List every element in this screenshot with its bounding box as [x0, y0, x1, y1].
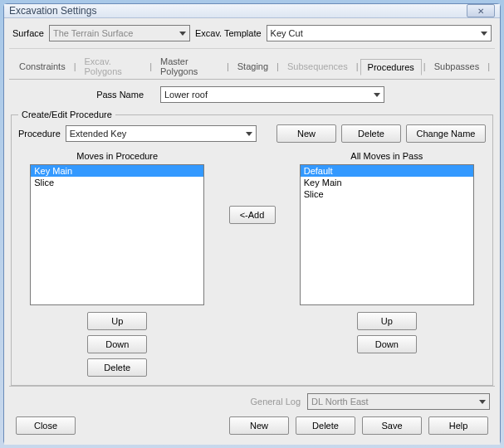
procedure-row: Procedure Extended Key New Delete Change…	[18, 124, 486, 143]
list-item[interactable]: Key Main	[301, 177, 473, 188]
down-button[interactable]: Down	[87, 335, 147, 353]
left-column: Moves in Procedure Key Main Slice Up Dow…	[18, 148, 217, 377]
footer: General Log DL North East Close New Dele…	[9, 386, 495, 440]
general-log-combo: DL North East	[307, 393, 490, 410]
top-row: Surface The Terrain Surface Excav. Templ…	[9, 23, 495, 49]
new-button-footer[interactable]: New	[229, 416, 289, 435]
procedure-combo[interactable]: Extended Key	[66, 125, 257, 142]
delete-move-button[interactable]: Delete	[87, 358, 147, 377]
change-name-button[interactable]: Change Name	[406, 124, 486, 143]
mid-column: <-Add	[223, 148, 281, 224]
up-button[interactable]: Up	[357, 312, 417, 330]
surface-combo[interactable]: The Terrain Surface	[49, 25, 190, 41]
up-button[interactable]: Up	[87, 312, 147, 330]
delete-button[interactable]: Delete	[341, 124, 401, 143]
tab-excav-polygons: Excav. Polygons	[78, 54, 149, 79]
columns: Moves in Procedure Key Main Slice Up Dow…	[18, 148, 486, 377]
pass-name-value: Lower roof	[164, 90, 208, 100]
create-edit-group: Create/Edit Procedure Procedure Extended…	[11, 110, 493, 386]
add-button[interactable]: <-Add	[229, 206, 276, 224]
pass-name-label: Pass Name	[26, 90, 150, 100]
general-log-label: General Log	[250, 397, 301, 407]
moves-list[interactable]: Key Main Slice	[30, 164, 204, 305]
procedure-label: Procedure	[18, 129, 61, 139]
titlebar: Excavation Settings ✕	[4, 4, 500, 18]
list-item[interactable]: Slice	[301, 188, 473, 200]
tabs: Constraints | Excav. Polygons | Master P…	[9, 49, 495, 80]
template-label: Excav. Template	[195, 28, 262, 38]
list-item[interactable]: Key Main	[31, 165, 203, 177]
general-log-value: DL North East	[311, 397, 369, 407]
general-log-row: General Log DL North East	[14, 393, 490, 410]
tab-subpasses[interactable]: Subpasses	[428, 59, 486, 74]
content-area: Surface The Terrain Surface Excav. Templ…	[4, 18, 500, 445]
right-buttons: Up Down	[357, 312, 417, 353]
moves-header: Moves in Procedure	[76, 151, 158, 161]
surface-label: Surface	[12, 28, 44, 38]
down-button[interactable]: Down	[357, 335, 417, 353]
tab-procedures[interactable]: Procedures	[360, 59, 422, 75]
left-buttons: Up Down Delete	[87, 312, 147, 377]
delete-button-footer[interactable]: Delete	[296, 416, 355, 435]
close-icon[interactable]: ✕	[467, 4, 495, 17]
new-button[interactable]: New	[276, 124, 336, 143]
list-item[interactable]: Default	[301, 165, 473, 177]
template-value: Key Cut	[271, 28, 303, 38]
tab-master-polygons[interactable]: Master Polygons	[154, 54, 225, 79]
save-button[interactable]: Save	[362, 416, 422, 435]
main-window: Excavation Settings ✕ Surface The Terrai…	[3, 3, 501, 445]
pass-row: Pass Name Lower roof	[9, 80, 495, 110]
tab-constraints[interactable]: Constraints	[12, 59, 72, 74]
bottom-buttons: Close New Delete Save Help	[14, 416, 490, 436]
allmoves-header: All Moves in Pass	[350, 151, 423, 161]
procedure-value: Extended Key	[70, 129, 127, 139]
tab-staging[interactable]: Staging	[231, 59, 275, 74]
window-title: Excavation Settings	[9, 5, 96, 17]
group-legend: Create/Edit Procedure	[18, 110, 115, 119]
help-button[interactable]: Help	[428, 416, 488, 435]
template-combo[interactable]: Key Cut	[267, 25, 492, 41]
close-button[interactable]: Close	[16, 416, 76, 435]
right-column: All Moves in Pass Default Key Main Slice…	[288, 148, 487, 353]
allmoves-list[interactable]: Default Key Main Slice	[300, 164, 474, 305]
list-item[interactable]: Slice	[31, 177, 203, 188]
tab-subsequences: Subsequences	[281, 59, 355, 74]
pass-name-combo[interactable]: Lower roof	[160, 86, 384, 103]
surface-value: The Terrain Surface	[53, 28, 133, 38]
